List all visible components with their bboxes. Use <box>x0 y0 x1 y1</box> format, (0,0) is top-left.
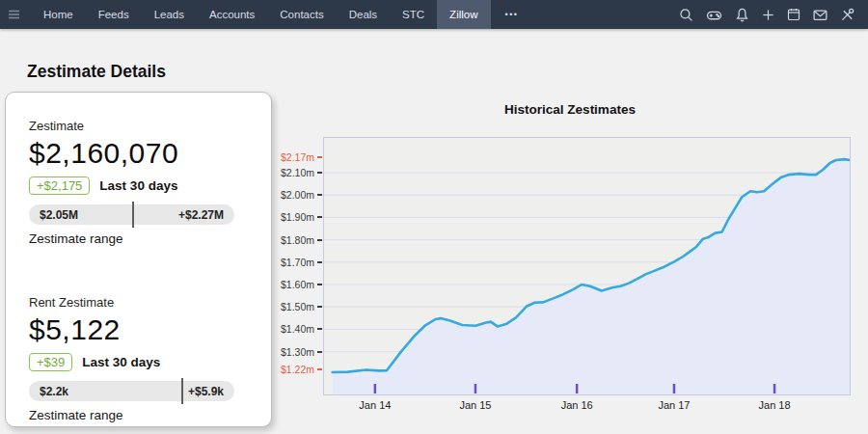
nav-item-stc[interactable]: STC <box>390 0 437 29</box>
zestimate-card: Zestimate $2,160,070 +$2,175 Last 30 day… <box>5 92 272 427</box>
zestimate-change-period: Last 30 days <box>99 178 177 193</box>
x-axis-label-jan-18: Jan 18 <box>759 399 791 411</box>
x-axis-label-jan-15: Jan 15 <box>459 399 491 411</box>
nav-item-contacts[interactable]: Contacts <box>267 0 336 29</box>
y-axis-tick <box>317 261 322 263</box>
navbar-actions <box>678 0 868 29</box>
y-axis-tick <box>317 194 322 196</box>
y-axis-label-150m: $1.50m <box>281 301 314 312</box>
y-axis-tick <box>317 351 322 353</box>
y-axis-tick <box>317 156 322 158</box>
y-axis-tick <box>317 239 322 241</box>
zestimate-range-high: +$2.27M <box>178 208 224 222</box>
rent-zestimate-section: Rent Zestimate $5,122 +$39 Last 30 days … <box>29 295 250 422</box>
y-axis-tick <box>317 172 322 174</box>
zestimate-section: Zestimate $2,160,070 +$2,175 Last 30 day… <box>29 119 250 246</box>
calendar-icon[interactable] <box>786 7 801 22</box>
nav-item-leads[interactable]: Leads <box>142 0 197 29</box>
y-axis-label-140m: $1.40m <box>281 323 314 335</box>
y-axis-label-180m: $1.80m <box>281 234 314 246</box>
nav-item-deals[interactable]: Deals <box>337 0 390 29</box>
y-axis-label-200m: $2.00m <box>281 189 314 201</box>
y-axis-label-160m: $1.60m <box>281 279 314 290</box>
navbar-items: HomeFeedsLeadsAccountsContactsDealsSTCZi… <box>31 0 491 29</box>
zestimate-line-chart <box>324 138 850 394</box>
y-axis-tick <box>317 284 322 285</box>
rent-change-badge: +$39 <box>29 353 72 371</box>
mail-icon[interactable] <box>812 7 828 23</box>
zestimate-change-badge: +$2,175 <box>29 176 90 195</box>
x-axis-label-jan-17: Jan 17 <box>658 399 690 411</box>
rent-zestimate-label: Rent Zestimate <box>29 295 250 310</box>
y-axis-tick <box>317 328 322 330</box>
y-axis-label-170m: $1.70m <box>281 257 314 268</box>
rent-range-low: $2.2k <box>40 385 68 398</box>
y-axis-tick <box>317 368 322 370</box>
nav-item-zillow[interactable]: Zillow <box>437 0 490 29</box>
y-axis-label-130m: $1.30m <box>281 346 314 358</box>
rent-range-bar: $2.2k +$5.9k <box>29 381 234 401</box>
notifications-bell-icon[interactable] <box>734 7 750 23</box>
rent-change-period: Last 30 days <box>82 355 160 369</box>
y-axis-label-122m: $1.22m <box>281 364 314 375</box>
y-axis-tick <box>317 216 322 218</box>
nav-item-feeds[interactable]: Feeds <box>86 0 142 29</box>
setup-tools-icon[interactable] <box>839 7 855 23</box>
menu-icon[interactable] <box>0 0 31 29</box>
zillow-zestimate-page: HomeFeedsLeadsAccountsContactsDealsSTCZi… <box>0 0 868 434</box>
rent-range-caption: Zestimate range <box>29 408 250 422</box>
gamepad-icon[interactable] <box>705 7 723 23</box>
x-axis-label-jan-16: Jan 16 <box>561 399 593 411</box>
rent-range-marker <box>181 378 183 404</box>
more-tabs-button[interactable]: ••• <box>491 0 533 29</box>
zestimate-label: Zestimate <box>29 119 250 133</box>
page-title: Zestimate Details <box>27 62 166 82</box>
add-plus-icon[interactable] <box>761 8 775 22</box>
nav-item-home[interactable]: Home <box>31 0 86 29</box>
y-axis-label-217m: $2.17m <box>281 151 314 163</box>
zestimate-range-marker <box>132 202 134 228</box>
zestimate-value: $2,160,070 <box>29 137 250 170</box>
top-navbar: HomeFeedsLeadsAccountsContactsDealsSTCZi… <box>0 0 868 29</box>
rent-range-high: +$5.9k <box>188 385 224 398</box>
y-axis-tick <box>317 306 322 308</box>
nav-item-accounts[interactable]: Accounts <box>197 0 267 29</box>
zestimate-range-low: $2.05M <box>40 208 78 222</box>
y-axis-label-190m: $1.90m <box>281 211 314 223</box>
y-axis-label-210m: $2.10m <box>281 167 314 178</box>
chart-title: Historical Zestimates <box>285 102 854 117</box>
zestimate-range-caption: Zestimate range <box>29 231 250 246</box>
historical-zestimates-plot: $2.17m$2.10m$2.00m$1.90m$1.80m$1.70m$1.6… <box>323 137 851 395</box>
rent-zestimate-value: $5,122 <box>29 313 250 346</box>
zestimate-range-bar: $2.05M +$2.27M <box>29 204 234 225</box>
x-axis-label-jan-14: Jan 14 <box>359 399 391 411</box>
search-icon[interactable] <box>678 7 694 23</box>
